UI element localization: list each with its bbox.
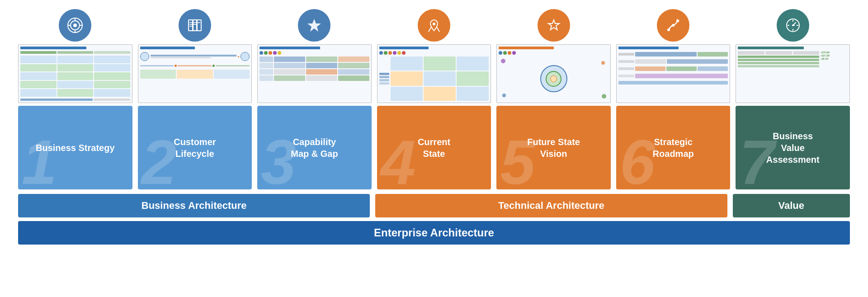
label-customer-lifecycle: CustomerLifecycle [169,136,220,160]
icon-current-state [418,9,450,42]
category-row: Business Architecture Technical Architec… [14,194,854,217]
icon-customer-lifecycle [179,9,211,42]
col-future-state [496,9,611,103]
thumbnail-value-assessment: +$70.8M +$37.3M +$8.1M [736,44,850,103]
category-business-architecture: Business Architecture [18,194,370,217]
thumbnail-current-state [377,44,491,103]
label-current-state: CurrentState [413,136,455,160]
category-technical-architecture-label: Technical Architecture [498,200,604,212]
category-technical-architecture: Technical Architecture [375,194,727,217]
enterprise-row: Enterprise Architecture [14,221,854,245]
label-business-strategy: Business Strategy [31,142,119,154]
col-current-state [377,9,491,103]
icon-strategic-roadmap [657,9,689,42]
main-wrapper: +$70.8M +$37.3M +$8.1M 1 [0,0,868,254]
label-box-current-state: 4 CurrentState [377,106,491,189]
enterprise-label: Enterprise Architecture [374,226,494,239]
thumbnail-future-state [496,44,611,103]
col-value-assessment: +$70.8M +$37.3M +$8.1M [736,9,850,103]
svg-point-17 [433,23,435,25]
svg-point-18 [667,28,670,31]
icon-future-state [538,9,570,42]
icon-capability [298,9,330,42]
top-row: +$70.8M +$37.3M +$8.1M [14,9,854,103]
col-business-strategy [18,9,132,103]
number-4: 4 [381,131,416,189]
label-capability: CapabilityMap & Gap [286,136,342,160]
svg-marker-16 [307,19,321,32]
label-box-business-strategy: 1 Business Strategy [18,106,132,189]
icon-value-assessment [777,9,809,42]
icon-business-strategy [59,9,91,42]
thumbnail-customer-lifecycle [138,44,252,103]
label-value: BusinessValueAssessment [762,130,824,165]
col-customer-lifecycle [138,9,252,103]
svg-point-19 [672,24,675,27]
number-1: 1 [22,131,57,189]
label-box-customer-lifecycle: 2 CustomerLifecycle [138,106,252,189]
label-box-future-state: 5 Future StateVision [496,106,611,189]
label-box-value: 7 BusinessValueAssessment [736,106,850,189]
enterprise-bar: Enterprise Architecture [18,221,850,245]
col-strategic-roadmap [616,9,731,103]
thumbnail-strategic-roadmap [616,44,731,103]
label-box-roadmap: 6 StrategicRoadmap [616,106,731,189]
label-roadmap: StrategicRoadmap [648,136,698,160]
thumbnail-capability [257,44,372,103]
svg-point-28 [792,24,794,26]
label-future-state: Future StateVision [523,136,585,160]
thumbnail-business-strategy [18,44,132,103]
label-row: 1 Business Strategy 2 CustomerLifecycle … [14,106,854,189]
category-business-architecture-label: Business Architecture [142,200,247,212]
col-capability [257,9,372,103]
label-box-capability: 3 CapabilityMap & Gap [257,106,372,189]
category-value-label: Value [778,200,804,212]
svg-point-2 [73,24,77,27]
category-value: Value [733,194,850,217]
